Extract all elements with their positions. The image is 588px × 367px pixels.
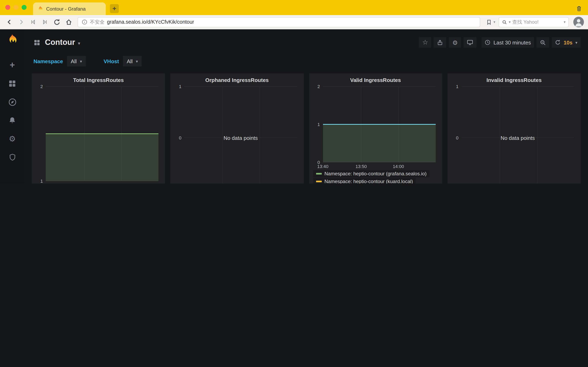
reload-button[interactable] (52, 17, 62, 27)
minimize-window-button[interactable] (13, 5, 18, 10)
trash-icon[interactable] (576, 5, 582, 12)
y-tick-label: 0 (179, 135, 181, 140)
no-data-label: No data points (461, 86, 574, 184)
admin-shield-icon[interactable] (7, 152, 17, 162)
panel-title[interactable]: Invalid IngressRoutes (451, 76, 578, 85)
variable-label-namespace: Namespace (34, 58, 63, 64)
alerting-bell-icon[interactable] (7, 115, 17, 125)
zoom-out-time-button[interactable] (537, 37, 549, 48)
search-icon (502, 19, 507, 25)
plot-area[interactable]: No data points (184, 86, 297, 184)
configuration-gear-icon[interactable]: ⚙ (7, 134, 17, 143)
x-tick-label: 13:40 (40, 183, 51, 184)
refresh-picker[interactable]: 10s ▾ (552, 37, 581, 48)
url-text: grafana.sealos.io/d/KYcCfvKik/contour (107, 19, 194, 25)
dashboard-settings-button[interactable]: ⚙ (449, 37, 461, 48)
y-tick-label: 1 (318, 122, 320, 127)
panel-title[interactable]: Valid IngressRoutes (312, 76, 439, 85)
search-engine-caret-icon[interactable]: ▾ (509, 20, 511, 24)
skip-to-end-icon[interactable] (40, 17, 50, 27)
legend: Namespace: heptio-contour (grafana.sealo… (312, 170, 439, 184)
time-range-label: Last 30 minutes (493, 39, 531, 45)
close-window-button[interactable] (5, 5, 10, 10)
series-line (323, 124, 436, 125)
panel-invalid-ingressroutes: Invalid IngressRoutes10-1No data points1… (448, 73, 581, 184)
browser-toolbar: 不安全 grafana.sealos.io/d/KYcCfvKik/contou… (0, 15, 588, 29)
panel-grid: Total IngressRoutes2113:4013:5014:00Name… (32, 73, 581, 184)
dashboard-header: Contour ▾ ☆ ⚙ (25, 29, 588, 49)
y-tick-label: 1 (179, 84, 181, 89)
y-tick-label: 2 (318, 84, 320, 89)
panel-valid-ingressroutes: Valid IngressRoutes21013:4013:5014:00Nam… (309, 73, 442, 184)
screen: Contour - Grafana + (0, 0, 588, 184)
browser-tab[interactable]: Contour - Grafana (33, 2, 106, 15)
dashboard-grid-icon (34, 39, 40, 46)
plot-area[interactable] (323, 86, 436, 162)
dashboard-caret-icon[interactable]: ▾ (78, 41, 80, 46)
legend-label: Namespace: heptio-contour (grafana.sealo… (324, 171, 426, 176)
no-data-label: No data points (184, 86, 297, 184)
address-bar[interactable]: 不安全 grafana.sealos.io/d/KYcCfvKik/contou… (78, 17, 480, 27)
dashboard-actions: ☆ ⚙ Last 30 minutes (419, 37, 581, 48)
dashboards-icon[interactable] (7, 79, 17, 89)
panel-title[interactable]: Total IngressRoutes (35, 76, 162, 85)
variable-label-vhost: VHost (104, 58, 119, 64)
panel-orphaned-ingressroutes: Orphaned IngressRoutes10-1No data points… (171, 73, 304, 184)
plot-area[interactable] (46, 86, 159, 181)
search-box[interactable]: ▾ 查找 Yahoo! ▾ (499, 17, 569, 27)
y-axis: 21 (35, 86, 46, 181)
forward-button[interactable] (16, 17, 26, 27)
variable-select-namespace[interactable]: All ▾ (67, 56, 86, 67)
search-caret-icon[interactable]: ▾ (564, 20, 566, 24)
x-axis: 13:4013:5014:00 (323, 162, 436, 170)
new-tab-button[interactable]: + (110, 4, 119, 13)
variable-select-vhost[interactable]: All ▾ (123, 56, 142, 67)
create-plus-icon[interactable]: + (7, 60, 17, 70)
star-dashboard-button[interactable]: ☆ (419, 37, 432, 48)
y-tick-label: 1 (456, 84, 458, 89)
x-tick-label: 13:50 (355, 164, 367, 169)
x-tick-label: 13:50 (78, 183, 90, 184)
grafana-logo[interactable] (6, 33, 18, 46)
bookmark-button[interactable]: ▾ (484, 19, 497, 25)
share-dashboard-button[interactable] (434, 37, 447, 48)
legend-item[interactable]: Namespace: heptio-contour (kuard.local) (313, 178, 416, 184)
plot-area[interactable]: No data points (461, 86, 574, 184)
time-range-picker[interactable]: Last 30 minutes (482, 37, 534, 48)
y-tick-label: 0 (456, 135, 458, 140)
back-button[interactable] (4, 17, 15, 27)
skip-to-start-icon[interactable] (28, 17, 38, 27)
explore-compass-icon[interactable] (7, 97, 17, 107)
refresh-icon (555, 40, 561, 45)
maximize-window-button[interactable] (22, 5, 26, 10)
grafana-sidebar: + ⚙ H ? (0, 29, 25, 184)
grafana-app: + ⚙ H ? (0, 29, 588, 184)
h-gridline (46, 86, 159, 87)
home-button[interactable] (63, 17, 74, 27)
variable-value: All (127, 58, 133, 64)
legend-color-dash (316, 181, 321, 182)
legend-item[interactable]: Namespace: heptio-contour (grafana.sealo… (313, 170, 429, 177)
info-icon[interactable] (82, 19, 87, 25)
search-placeholder: 查找 Yahoo! (512, 18, 562, 25)
plus-glyph: + (9, 60, 15, 71)
chevron-down-icon: ▾ (80, 59, 82, 63)
variable-value: All (71, 58, 77, 64)
series-fill (46, 134, 159, 181)
refresh-interval-label: 10s (564, 39, 572, 45)
cycle-view-mode-button[interactable] (464, 37, 477, 48)
h-gridline (323, 86, 436, 87)
grafana-favicon-icon (37, 6, 43, 12)
chart-body: 21 (35, 86, 162, 181)
x-tick-label: 14:00 (116, 183, 127, 184)
legend-label: Namespace: heptio-contour (kuard.local) (324, 179, 413, 184)
gear-icon: ⚙ (452, 39, 458, 45)
dashboard-title[interactable]: Contour (45, 38, 75, 47)
chart-body: 210 (312, 86, 439, 162)
y-axis: 10-1 (174, 86, 184, 184)
chart-body: 10-1No data points (451, 86, 578, 184)
panel-title[interactable]: Orphaned IngressRoutes (174, 76, 301, 85)
profile-icon[interactable] (573, 17, 584, 27)
series-fill (323, 124, 436, 162)
window-controls (5, 5, 26, 10)
